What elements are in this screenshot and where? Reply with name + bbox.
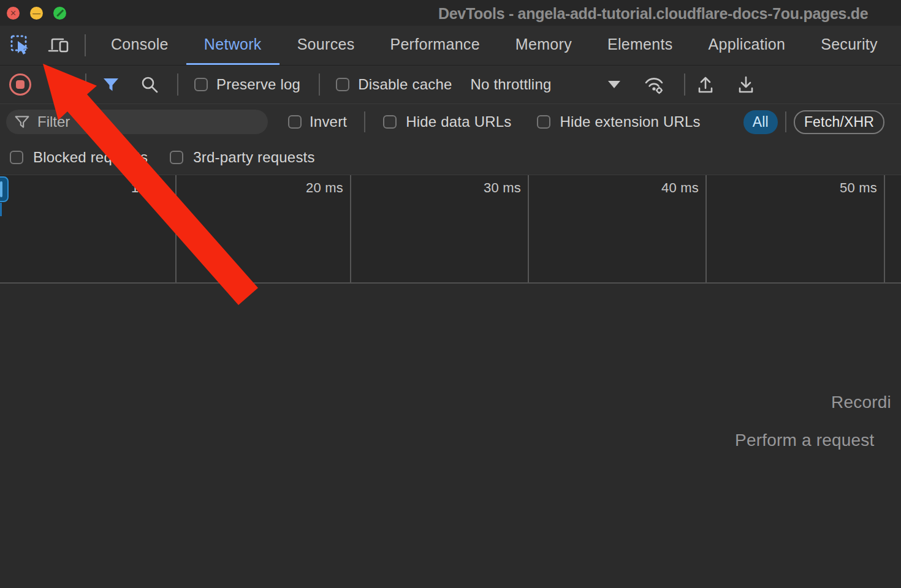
tab-console[interactable]: Console [93,26,186,65]
timeline-tick-30ms: 30 ms [484,180,521,196]
close-window-button[interactable]: ✕ [7,7,20,20]
tab-security[interactable]: Security [803,26,895,65]
toolbar-separator [177,74,178,96]
disable-cache-label: Disable cache [358,76,452,93]
tab-memory[interactable]: Memory [498,26,590,65]
more-filters-row: Blocked requests 3rd-party requests [0,140,901,175]
disable-cache-checkbox[interactable] [336,78,349,91]
network-overview-timeline[interactable]: 10 ms 20 ms 30 ms 40 ms 50 ms [0,175,901,284]
tab-sources[interactable]: Sources [279,26,373,65]
tab-network[interactable]: Network [186,26,279,65]
title-bar: ✕ — DevTools - angela-add-tutorial.cloud… [0,0,901,26]
tab-elements[interactable]: Elements [590,26,691,65]
preserve-log-label: Preserve log [216,76,300,93]
toolbar-separator [684,74,685,96]
toggle-device-toolbar-button[interactable] [47,33,71,58]
export-har-button[interactable] [737,75,755,94]
timeline-gridline [884,175,885,282]
hide-extension-urls-label: Hide extension URLs [560,113,700,130]
device-toolbar-icon [47,34,70,56]
request-type-chip-all[interactable]: All [743,110,778,134]
timeline-tick-20ms: 20 ms [306,180,343,196]
blocked-requests-checkbox[interactable] [10,151,23,164]
wifi-gear-icon [644,74,666,95]
request-type-chip-fetch-xhr[interactable]: Fetch/XHR [794,110,884,134]
filter-separator [785,111,786,132]
recording-status-text: Recordi [831,393,891,412]
hide-data-urls-checkbox[interactable] [383,115,397,129]
timeline-gridline [528,175,529,282]
overview-selection-edge [0,203,2,216]
minimize-window-button[interactable]: — [30,7,43,20]
filter-input[interactable] [37,113,259,130]
download-icon [737,75,755,94]
window-controls: ✕ — [7,7,66,20]
filter-field[interactable] [6,110,268,134]
timeline-gridline [705,175,707,282]
timeline-tick-40ms: 40 ms [661,180,699,196]
devtools-tab-bar: Console Network Sources Performance Memo… [0,26,901,65]
network-conditions-button[interactable] [644,74,666,95]
filter-toggle-button[interactable] [102,77,120,92]
stop-recording-button[interactable] [9,74,31,96]
tab-application[interactable]: Application [691,26,804,65]
hide-data-urls-label: Hide data URLs [406,113,511,130]
search-network-button[interactable] [140,75,159,94]
filter-separator [364,111,365,132]
tab-performance[interactable]: Performance [372,26,497,65]
toolbar-separator [319,74,320,96]
clear-icon [52,79,64,91]
zoom-window-button[interactable] [53,7,66,20]
hide-extension-urls-checkbox[interactable] [537,115,550,129]
invert-label: Invert [310,113,347,130]
chevron-down-icon [608,81,620,88]
funnel-filled-icon [102,77,120,92]
filter-row: Invert Hide data URLs Hide extension URL… [0,104,901,140]
perform-request-hint-text: Perform a request [735,431,875,450]
timeline-tick-50ms: 50 ms [840,180,877,196]
upload-icon [696,75,715,94]
requests-panel-empty: Recordi Perform a request [0,284,901,587]
third-party-requests-checkbox[interactable] [170,151,183,164]
record-stop-icon [16,80,25,89]
window-title: DevTools - angela-add-tutorial.cloudflar… [438,5,901,23]
blocked-requests-label: Blocked requests [33,149,148,166]
timeline-gridline [350,175,351,282]
inspect-element-button[interactable] [9,33,33,58]
search-icon [140,75,159,94]
timeline-tick-10ms: 10 ms [131,180,169,196]
network-toolbar: Preserve log Disable cache No throttling [0,65,901,104]
overview-selection-handle[interactable] [0,176,9,202]
tabbar-separator [85,34,86,56]
invert-checkbox[interactable] [288,115,302,129]
import-har-button[interactable] [696,75,715,94]
funnel-outline-icon [15,115,29,129]
timeline-gridline [175,175,177,282]
third-party-requests-label: 3rd-party requests [193,149,314,166]
clear-network-log-button[interactable] [50,76,67,93]
throttling-value: No throttling [471,76,552,93]
preserve-log-checkbox[interactable] [194,78,208,91]
throttling-dropdown[interactable]: No throttling [471,76,620,93]
toolbar-separator [85,74,86,96]
inspect-cursor-icon [10,34,32,56]
